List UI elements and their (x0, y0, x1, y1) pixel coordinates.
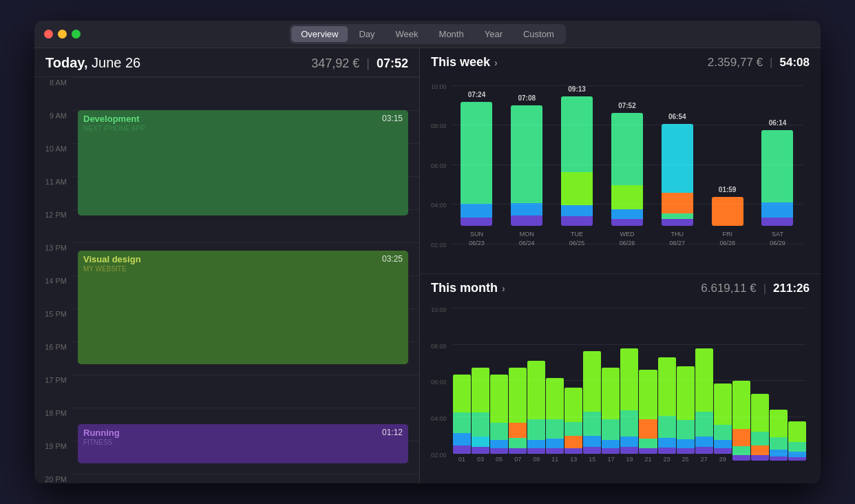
event-title: Running (83, 428, 403, 438)
month-x-label: 29 (719, 456, 726, 463)
month-bar-stack (714, 384, 732, 454)
month-bar-stack (658, 357, 676, 454)
month-bar-segment (546, 439, 564, 448)
bar-segment (611, 219, 643, 226)
bar-segment (662, 124, 693, 193)
month-stats: 6.619,11 € | 211:26 (701, 282, 810, 295)
month-bar-segment (770, 456, 788, 461)
month-bar-stack (639, 370, 657, 454)
month-y-label: 08:00 (431, 343, 447, 350)
month-title[interactable]: This month › (431, 281, 505, 295)
tab-week[interactable]: Week (386, 26, 428, 42)
tab-year[interactable]: Year (475, 26, 512, 42)
month-x-label: 01 (458, 456, 465, 463)
time-line (72, 375, 419, 408)
week-bar-group: 07:08MON06/24 (511, 94, 542, 247)
time-label: 14 PM (34, 275, 72, 285)
tab-month[interactable]: Month (430, 26, 474, 42)
week-chart: 10:0008:0006:0004:0002:0007:24SUN06/2307… (431, 75, 810, 268)
time-label: 17 PM (34, 375, 72, 384)
bar-segment (461, 102, 492, 204)
month-x-label: 23 (664, 456, 671, 463)
month-bar-group: 01 (453, 375, 471, 463)
month-bar-segment (602, 368, 620, 419)
week-chevron-icon: › (494, 57, 498, 68)
today-amount: 347,92 € (311, 56, 359, 71)
time-label: 15 PM (34, 308, 72, 318)
bar-segment (611, 185, 643, 209)
month-bar-segment (677, 420, 695, 439)
month-x-label: 05 (496, 456, 503, 463)
month-grid-line (453, 308, 806, 308)
bar-day-label: THU06/27 (670, 230, 686, 247)
bar-segment (761, 218, 793, 226)
close-button[interactable] (44, 30, 53, 39)
bar-top-label: 09:13 (568, 85, 586, 93)
bar-segment (461, 218, 492, 226)
month-x-label: 09 (533, 456, 540, 463)
month-grid-line (453, 417, 806, 417)
month-x-label: 03 (477, 456, 484, 463)
month-x-label: 21 (644, 456, 651, 463)
month-bar-segment (770, 437, 788, 450)
month-bar-segment (639, 419, 657, 439)
bar-segment (561, 216, 593, 226)
bar-segment (511, 105, 542, 203)
traffic-lights (44, 30, 81, 39)
tab-custom[interactable]: Custom (514, 26, 564, 42)
month-x-label: 07 (514, 456, 521, 463)
month-bar-segment (602, 440, 620, 448)
event-block[interactable]: Visual design MY WEBSITE 03:25 (78, 251, 408, 364)
time-label: 18 PM (34, 408, 72, 417)
month-bar-segment (509, 368, 527, 423)
month-amount: 6.619,11 € (701, 282, 756, 295)
month-bar-group: 07 (509, 368, 527, 463)
month-bar-segment (639, 370, 657, 419)
month-bar-segment (732, 455, 750, 461)
week-amount: 2.359,77 € (708, 56, 763, 70)
month-bar-group: 11 (546, 378, 564, 463)
month-y-label: 04:00 (431, 415, 447, 422)
month-grid-line (453, 344, 806, 345)
week-bar-group: 07:52WED06/26 (611, 102, 643, 247)
time-label: 8 AM (34, 77, 72, 87)
today-title: Today, June 26 (45, 55, 140, 71)
content-area: Today, June 26 347,92 € | 07:52 8 AM9 AM… (34, 48, 821, 483)
month-bar-segment (527, 361, 545, 419)
event-block[interactable]: Running FITNESS 01:12 (78, 424, 408, 463)
month-header: This month › 6.619,11 € | 211:26 (431, 281, 810, 295)
month-bar-segment (788, 457, 806, 461)
month-bar-segment (658, 438, 676, 448)
month-y-label: 06:00 (431, 379, 447, 386)
bar-segment (611, 113, 643, 185)
month-bar-stack (490, 375, 508, 454)
event-subtitle: MY WEBSITE (83, 265, 403, 273)
month-bar-segment (490, 440, 508, 448)
month-bar-segment (732, 429, 750, 446)
month-time: 211:26 (773, 282, 810, 295)
week-title[interactable]: This week › (431, 55, 498, 70)
tab-overview[interactable]: Overview (291, 26, 348, 42)
maximize-button[interactable] (72, 30, 81, 39)
today-stats: 347,92 € | 07:52 (311, 56, 408, 71)
month-bar-segment (677, 439, 695, 448)
month-bar-segment (564, 436, 582, 448)
month-bar-segment (527, 440, 545, 448)
month-grid-line (453, 453, 806, 454)
tab-day[interactable]: Day (349, 26, 384, 42)
bar-segment (712, 197, 743, 226)
time-label: 20 PM (34, 474, 72, 483)
bar-segment (511, 203, 542, 216)
month-bar-segment (453, 412, 471, 433)
month-bar-segment (658, 357, 676, 416)
month-y-label: 10:00 (431, 306, 447, 313)
week-time: 54:08 (780, 56, 810, 70)
minimize-button[interactable] (58, 30, 67, 39)
month-bar-stack (620, 348, 638, 454)
time-label: 13 PM (34, 242, 72, 252)
month-bar-segment (677, 366, 695, 420)
bar-top-label: 07:08 (518, 94, 536, 102)
month-bar-group: 17 (602, 368, 620, 463)
event-block[interactable]: Development NEXT IPHONE APP 03:15 (78, 110, 408, 216)
month-x-label: 19 (626, 456, 633, 463)
